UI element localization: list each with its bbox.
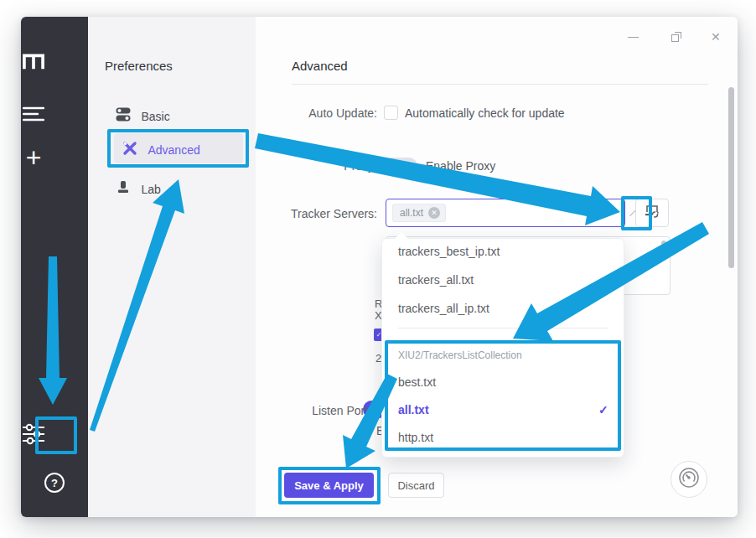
tracker-servers-select[interactable]: all.txt ✕ (386, 199, 625, 227)
help-button[interactable]: ? (44, 473, 65, 493)
title-divider (292, 84, 708, 85)
toggle-knob (386, 159, 399, 173)
panel-title: Preferences (105, 59, 173, 73)
discard-button[interactable]: Discard (388, 473, 444, 498)
close-button[interactable]: ✕ (711, 30, 721, 44)
auto-update-label: Auto Update: (277, 106, 377, 120)
annotation-box-dropdown-group (385, 340, 621, 451)
remove-tag-icon[interactable]: ✕ (428, 207, 440, 219)
sidebar-item-label: Lab (141, 183, 160, 196)
dropdown-divider (398, 328, 608, 328)
annotation-box-save-button (278, 467, 381, 504)
annotation-box-chevron (621, 196, 652, 230)
maximize-icon-corner (675, 32, 681, 39)
proxy-toggle-label: Enable Proxy (426, 159, 495, 173)
annotation-box-preferences-icon (35, 416, 77, 454)
preferences-panel (88, 17, 256, 517)
motrix-logo-icon (0, 50, 67, 74)
sidebar-item-label: Basic (141, 110, 169, 123)
speedometer-icon (678, 467, 700, 492)
maximize-button[interactable] (671, 32, 681, 42)
textarea-scrollbar-thumb[interactable] (661, 241, 666, 256)
basic-icon (116, 107, 131, 125)
page-title: Advanced (292, 59, 348, 73)
proxy-label: Proxy: (277, 159, 377, 173)
question-icon: ? (51, 477, 58, 489)
sidebar-item-basic[interactable]: Basic (116, 107, 170, 125)
page-scrollbar-thumb[interactable] (728, 87, 734, 268)
dropdown-option[interactable]: trackers_all_ip.txt (398, 302, 489, 315)
auto-update-checkbox[interactable] (384, 106, 398, 120)
selected-tracker-tag: all.txt ✕ (392, 204, 446, 222)
auto-update-checkbox-label: Automatically check for update (405, 106, 565, 120)
add-task-icon[interactable]: + (0, 142, 67, 173)
dropdown-option[interactable]: trackers_all.txt (398, 273, 474, 287)
listen-ports-label: Listen Ports: (277, 404, 377, 417)
screenshot-root: + ? Preferences Basic (0, 0, 756, 538)
lab-icon (117, 181, 130, 197)
tag-label: all.txt (400, 207, 423, 219)
sidebar-item-lab[interactable]: Lab (117, 181, 161, 197)
task-list-icon[interactable] (0, 106, 67, 126)
dropdown-option[interactable]: trackers_best_ip.txt (398, 245, 500, 258)
speed-limit-button[interactable] (671, 461, 707, 498)
dropdown-caret (395, 232, 408, 239)
proxy-toggle[interactable] (384, 158, 417, 174)
minimize-button[interactable]: — (628, 30, 639, 43)
annotation-box-advanced (107, 129, 249, 168)
tracker-servers-label: Tracker Servers: (277, 207, 377, 220)
